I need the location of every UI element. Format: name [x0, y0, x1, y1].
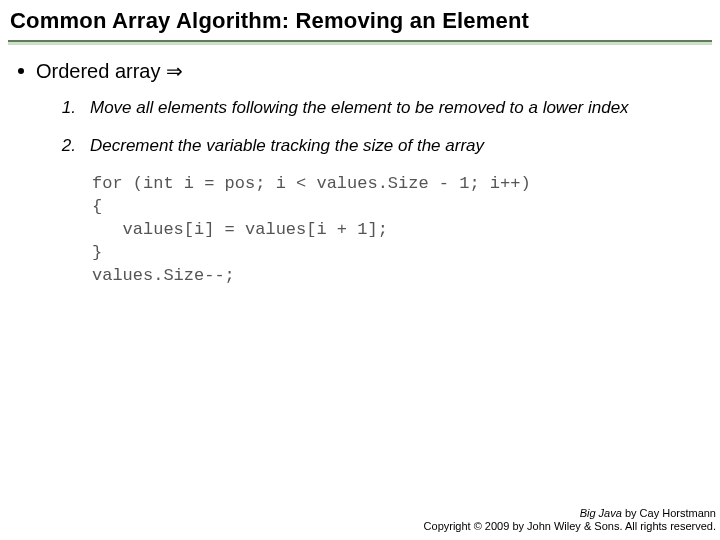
bullet-item: Ordered array ⇒	[18, 59, 702, 83]
footer: Big Java by Cay Horstmann Copyright © 20…	[424, 507, 716, 535]
slide-title: Common Array Algorithm: Removing an Elem…	[0, 0, 720, 40]
list-item: 1. Move all elements following the eleme…	[52, 97, 702, 119]
title-underline	[8, 40, 712, 45]
bullet-text: Ordered array ⇒	[36, 59, 702, 83]
footer-line-1: Big Java by Cay Horstmann	[424, 507, 716, 521]
slide: Common Array Algorithm: Removing an Elem…	[0, 0, 720, 540]
list-item-number: 1.	[52, 97, 76, 119]
numbered-list: 1. Move all elements following the eleme…	[52, 97, 702, 157]
slide-body: Ordered array ⇒ 1. Move all elements fol…	[0, 59, 720, 288]
code-block: for (int i = pos; i < values.Size - 1; i…	[92, 173, 702, 288]
author-text: by Cay Horstmann	[622, 507, 716, 519]
bullet-dot-icon	[18, 68, 24, 74]
book-title: Big Java	[580, 507, 622, 519]
list-item-text: Decrement the variable tracking the size…	[90, 135, 702, 157]
footer-copyright: Copyright © 2009 by John Wiley & Sons. A…	[424, 520, 716, 534]
list-item-text: Move all elements following the element …	[90, 97, 702, 119]
list-item: 2. Decrement the variable tracking the s…	[52, 135, 702, 157]
list-item-number: 2.	[52, 135, 76, 157]
